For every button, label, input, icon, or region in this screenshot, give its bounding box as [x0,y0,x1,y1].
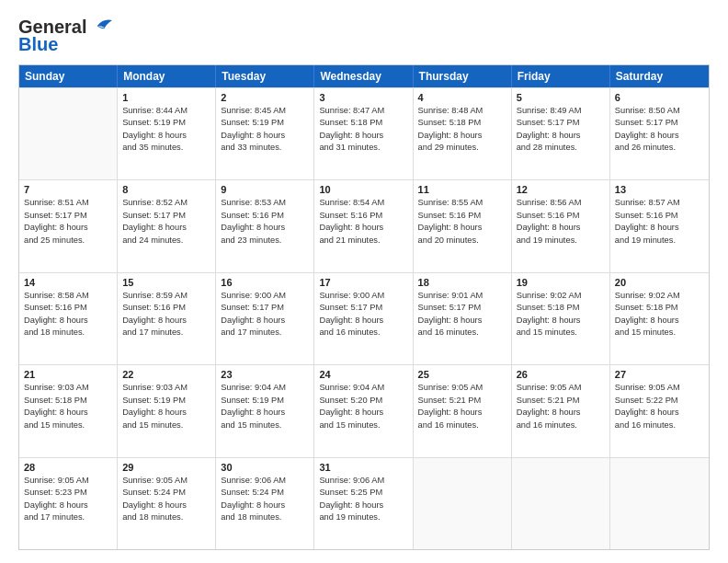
sunrise-text: Sunrise: 8:45 AM [221,105,309,117]
sunrise-text: Sunrise: 8:53 AM [221,197,309,209]
week-row-3: 14Sunrise: 8:58 AMSunset: 5:16 PMDayligh… [19,272,709,364]
sunset-text: Sunset: 5:18 PM [517,302,605,314]
sunset-text: Sunset: 5:17 PM [221,302,309,314]
day-number: 2 [221,92,309,103]
sunset-text: Sunset: 5:16 PM [615,210,704,222]
sunset-text: Sunset: 5:17 PM [24,210,112,222]
daylight-text-2: and 33 minutes. [221,142,309,154]
daylight-text-2: and 15 minutes. [122,419,210,431]
sunset-text: Sunset: 5:16 PM [319,210,407,222]
sunset-text: Sunset: 5:16 PM [122,302,210,314]
sunrise-text: Sunrise: 8:52 AM [122,197,210,209]
week-row-4: 21Sunrise: 9:03 AMSunset: 5:18 PMDayligh… [19,364,709,456]
daylight-text-2: and 19 minutes. [615,235,704,247]
day-number: 18 [418,277,506,288]
daylight-text-2: and 16 minutes. [418,419,506,431]
day-number: 10 [319,184,407,195]
daylight-text-1: Daylight: 8 hours [615,222,704,234]
cal-cell-5-1: 28Sunrise: 9:05 AMSunset: 5:23 PMDayligh… [19,458,118,549]
sunset-text: Sunset: 5:19 PM [122,395,210,407]
cal-cell-5-7 [610,458,709,549]
week-row-5: 28Sunrise: 9:05 AMSunset: 5:23 PMDayligh… [19,457,709,549]
sunrise-text: Sunrise: 9:03 AM [24,382,112,394]
cal-cell-5-6 [512,458,610,549]
sunrise-text: Sunrise: 9:02 AM [517,290,605,302]
cal-cell-3-6: 19Sunrise: 9:02 AMSunset: 5:18 PMDayligh… [512,273,610,364]
daylight-text-1: Daylight: 8 hours [319,315,407,327]
sunset-text: Sunset: 5:21 PM [418,395,506,407]
sunset-text: Sunset: 5:19 PM [221,117,309,129]
day-number: 7 [24,184,112,195]
cal-cell-2-2: 8Sunrise: 8:52 AMSunset: 5:17 PMDaylight… [118,180,216,271]
day-header-sunday: Sunday [19,65,118,87]
day-header-thursday: Thursday [414,65,512,87]
daylight-text-2: and 29 minutes. [418,142,506,154]
logo: General Blue [18,17,112,55]
daylight-text-1: Daylight: 8 hours [221,500,309,511]
daylight-text-1: Daylight: 8 hours [319,130,407,142]
sunset-text: Sunset: 5:25 PM [319,487,407,499]
day-number: 15 [122,277,210,288]
sunset-text: Sunset: 5:16 PM [418,210,506,222]
cal-cell-1-1 [19,88,118,179]
cal-cell-2-3: 9Sunrise: 8:53 AMSunset: 5:16 PMDaylight… [216,180,314,271]
daylight-text-2: and 15 minutes. [517,327,605,339]
day-number: 12 [517,184,605,195]
sunrise-text: Sunrise: 9:05 AM [24,475,112,487]
day-header-monday: Monday [118,65,216,87]
sunrise-text: Sunrise: 8:58 AM [24,290,112,302]
daylight-text-1: Daylight: 8 hours [517,407,605,419]
day-number: 16 [221,277,309,288]
day-number: 31 [319,462,407,473]
sunset-text: Sunset: 5:23 PM [24,487,112,499]
daylight-text-1: Daylight: 8 hours [24,315,112,327]
day-header-tuesday: Tuesday [216,65,314,87]
day-number: 14 [24,277,112,288]
day-number: 5 [517,92,605,103]
sunrise-text: Sunrise: 9:05 AM [517,382,605,394]
cal-cell-4-5: 25Sunrise: 9:05 AMSunset: 5:21 PMDayligh… [414,365,512,456]
header: General Blue [18,17,710,55]
cal-cell-4-3: 23Sunrise: 9:04 AMSunset: 5:19 PMDayligh… [216,365,314,456]
day-number: 4 [418,92,506,103]
calendar-page: General Blue SundayMondayTuesdayWednesda… [0,0,728,563]
sunrise-text: Sunrise: 8:49 AM [517,105,605,117]
sunset-text: Sunset: 5:18 PM [418,117,506,129]
sunset-text: Sunset: 5:24 PM [221,487,309,499]
sunset-text: Sunset: 5:20 PM [319,395,407,407]
daylight-text-1: Daylight: 8 hours [319,500,407,511]
sunrise-text: Sunrise: 8:44 AM [122,105,210,117]
daylight-text-1: Daylight: 8 hours [122,315,210,327]
cal-cell-2-7: 13Sunrise: 8:57 AMSunset: 5:16 PMDayligh… [610,180,709,271]
sunrise-text: Sunrise: 8:51 AM [24,197,112,209]
cal-cell-1-7: 6Sunrise: 8:50 AMSunset: 5:17 PMDaylight… [610,88,709,179]
daylight-text-2: and 35 minutes. [122,142,210,154]
cal-cell-3-7: 20Sunrise: 9:02 AMSunset: 5:18 PMDayligh… [610,273,709,364]
daylight-text-2: and 15 minutes. [615,327,704,339]
cal-cell-2-5: 11Sunrise: 8:55 AMSunset: 5:16 PMDayligh… [414,180,512,271]
daylight-text-2: and 19 minutes. [319,511,407,523]
sunset-text: Sunset: 5:17 PM [517,117,605,129]
sunset-text: Sunset: 5:18 PM [615,302,704,314]
cal-cell-3-5: 18Sunrise: 9:01 AMSunset: 5:17 PMDayligh… [414,273,512,364]
daylight-text-2: and 16 minutes. [319,327,407,339]
sunrise-text: Sunrise: 9:05 AM [615,382,704,394]
sunset-text: Sunset: 5:19 PM [122,117,210,129]
sunset-text: Sunset: 5:16 PM [24,302,112,314]
day-number: 1 [122,92,210,103]
daylight-text-1: Daylight: 8 hours [517,130,605,142]
day-number: 6 [615,92,704,103]
daylight-text-1: Daylight: 8 hours [615,407,704,419]
day-number: 22 [122,369,210,380]
sunset-text: Sunset: 5:17 PM [122,210,210,222]
cal-cell-1-6: 5Sunrise: 8:49 AMSunset: 5:17 PMDaylight… [512,88,610,179]
day-number: 19 [517,277,605,288]
sunset-text: Sunset: 5:16 PM [221,210,309,222]
cal-cell-2-6: 12Sunrise: 8:56 AMSunset: 5:16 PMDayligh… [512,180,610,271]
daylight-text-1: Daylight: 8 hours [122,222,210,234]
day-number: 28 [24,462,112,473]
day-number: 26 [517,369,605,380]
day-number: 23 [221,369,309,380]
sunrise-text: Sunrise: 8:56 AM [517,197,605,209]
daylight-text-2: and 17 minutes. [122,327,210,339]
